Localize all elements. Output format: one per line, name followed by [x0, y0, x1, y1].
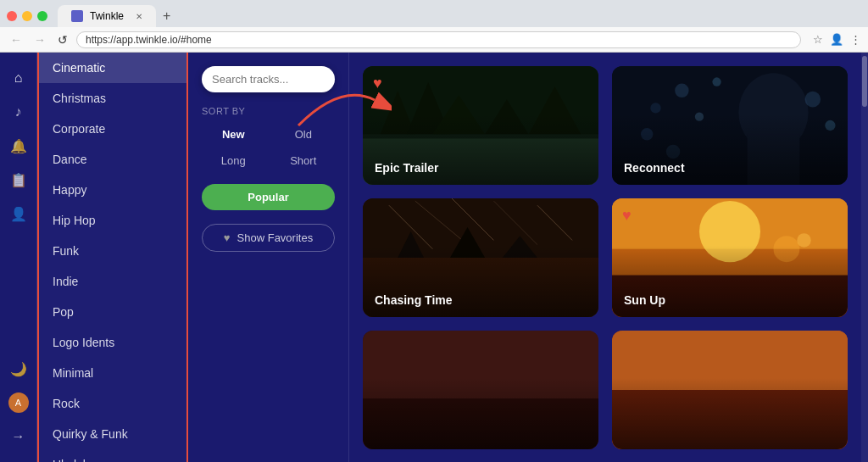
genre-dance[interactable]: Dance: [39, 144, 186, 175]
sort-long-button[interactable]: Long: [202, 151, 265, 170]
heart-icon-epic[interactable]: ♥: [373, 75, 382, 92]
maximize-button[interactable]: [37, 11, 47, 21]
track-title-epic: Epic Trailer: [375, 161, 438, 175]
genre-ukulele[interactable]: Ukulele: [39, 449, 186, 462]
heart-icon: ♥: [224, 231, 231, 244]
track-card-sun-up[interactable]: ♥ Sun Up: [612, 198, 848, 317]
nav-bar: ← → ↺ https://app.twinkle.io/#home ☆ 👤 ⋮: [0, 27, 868, 52]
track-card-storm[interactable]: [363, 331, 598, 449]
sort-new-button[interactable]: New: [202, 125, 265, 144]
filter-panel: SORT BY New Old Long Short Popular ♥ Sho…: [188, 53, 349, 462]
track-title-chasing: Chasing Time: [375, 293, 453, 307]
favorites-label: Show Favorites: [237, 231, 314, 244]
refresh-button[interactable]: ↺: [54, 31, 71, 48]
forward-button[interactable]: →: [31, 31, 49, 48]
genre-rock[interactable]: Rock: [39, 388, 186, 419]
genre-minimal[interactable]: Minimal: [39, 358, 186, 388]
address-bar[interactable]: https://app.twinkle.io/#home: [76, 31, 801, 48]
tab-bar: Twinkle ✕ +: [0, 0, 868, 27]
bookmark-icon[interactable]: ☆: [813, 33, 823, 46]
sort-short-button[interactable]: Short: [272, 151, 336, 170]
track-card-epic-trailer[interactable]: ♥ Epic Trailer: [363, 66, 598, 185]
track-overlay-storm: [363, 331, 598, 449]
browser-tab[interactable]: Twinkle ✕: [58, 5, 156, 27]
popular-button[interactable]: Popular: [202, 184, 335, 210]
app-container: ⌂ ♪ 🔔 📋 👤 🌙 A → Cinematic Christmas Corp…: [0, 53, 868, 462]
genre-funk[interactable]: Funk: [39, 236, 186, 266]
new-tab-button[interactable]: +: [159, 8, 174, 24]
nav-music-icon[interactable]: ♪: [3, 97, 34, 127]
favorites-button[interactable]: ♥ Show Favorites: [202, 224, 335, 252]
menu-icon[interactable]: ⋮: [850, 33, 861, 46]
url-text: https://app.twinkle.io/#home: [86, 34, 212, 46]
scrollbar-thumb: [862, 56, 867, 107]
tab-close-icon[interactable]: ✕: [136, 12, 142, 21]
nav-avatar-icon[interactable]: A: [3, 387, 34, 418]
sort-old-button[interactable]: Old: [272, 125, 336, 144]
track-title-sun: Sun Up: [624, 293, 665, 307]
browser-chrome: Twinkle ✕ + ← → ↺ https://app.twinkle.io…: [0, 0, 868, 53]
traffic-lights: [7, 11, 47, 21]
genre-corporate[interactable]: Corporate: [39, 114, 186, 144]
genre-happy[interactable]: Happy: [39, 175, 186, 205]
nav-bell-icon[interactable]: 🔔: [3, 131, 34, 161]
main-content: ♥ Epic Trailer: [349, 53, 861, 462]
close-button[interactable]: [7, 11, 17, 21]
right-scrollbar[interactable]: [861, 53, 868, 462]
nav-home-icon[interactable]: ⌂: [3, 63, 34, 93]
back-button[interactable]: ←: [7, 31, 25, 48]
nav-user-icon[interactable]: 👤: [3, 198, 34, 229]
nav-library-icon[interactable]: 📋: [3, 164, 34, 195]
icon-nav: ⌂ ♪ 🔔 📋 👤 🌙 A →: [0, 53, 37, 462]
sort-by-label: SORT BY: [202, 106, 335, 116]
tracks-grid: ♥ Epic Trailer: [363, 66, 848, 449]
track-title-reconnect: Reconnect: [624, 161, 685, 175]
track-card-reconnect[interactable]: Reconnect: [612, 66, 848, 185]
heart-icon-sun[interactable]: ♥: [622, 207, 632, 225]
track-card-chasing-time[interactable]: Chasing Time: [363, 198, 598, 317]
track-card-sunset-road[interactable]: [612, 331, 848, 449]
genre-sidebar: Cinematic Christmas Corporate Dance Happ…: [37, 53, 188, 462]
nav-moon-icon[interactable]: 🌙: [3, 353, 34, 384]
genre-logo-idents[interactable]: Logo Idents: [39, 327, 186, 358]
tab-favicon: [71, 10, 83, 22]
tab-label: Twinkle: [90, 10, 124, 22]
genre-indie[interactable]: Indie: [39, 266, 186, 297]
profile-icon[interactable]: 👤: [830, 33, 843, 46]
search-input[interactable]: [202, 66, 335, 92]
genre-christmas[interactable]: Christmas: [39, 83, 186, 114]
genre-hiphop[interactable]: Hip Hop: [39, 205, 186, 236]
track-overlay-sunset-road: [612, 331, 848, 449]
genre-quirky-funk[interactable]: Quirky & Funk: [39, 419, 186, 449]
genre-cinematic[interactable]: Cinematic: [39, 53, 186, 83]
minimize-button[interactable]: [22, 11, 32, 21]
address-icons: ☆ 👤 ⋮: [813, 33, 861, 46]
nav-logout-icon[interactable]: →: [3, 421, 34, 452]
genre-pop[interactable]: Pop: [39, 297, 186, 327]
sort-options: New Old Long Short: [202, 125, 335, 170]
